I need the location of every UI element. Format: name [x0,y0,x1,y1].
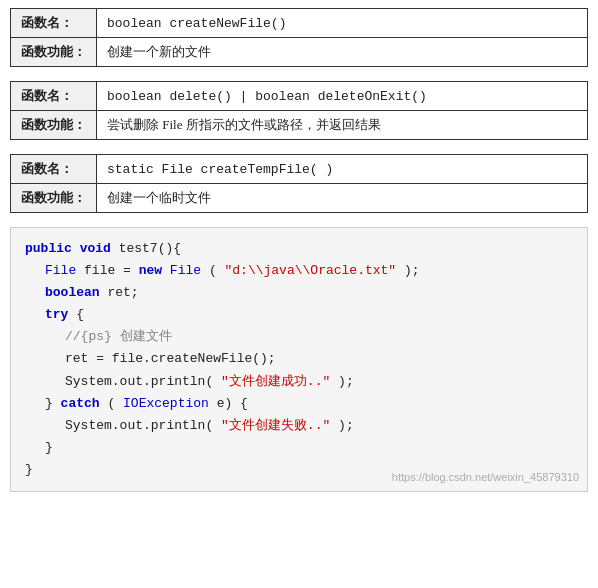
value-cell: static File createTempFile( ) [97,155,588,184]
code-line-10: } [25,437,573,459]
desc-text: 创建一个新的文件 [107,44,211,59]
table-row: 函数名： boolean delete() | boolean deleteOn… [11,82,588,111]
code-text: boolean delete() | boolean deleteOnExit(… [107,89,427,104]
label-cell: 函数名： [11,82,97,111]
desc-text: 创建一个临时文件 [107,190,211,205]
desc-text: 尝试删除 File 所指示的文件或路径，并返回结果 [107,117,381,132]
code-line-6: ret = file.createNewFile(); [25,348,573,370]
table-row: 函数功能： 创建一个新的文件 [11,38,588,67]
label-cell: 函数功能： [11,38,97,67]
main-container: 函数名： boolean createNewFile() 函数功能： 创建一个新… [0,0,598,500]
table-row: 函数功能： 尝试删除 File 所指示的文件或路径，并返回结果 [11,111,588,140]
value-cell: 尝试删除 File 所指示的文件或路径，并返回结果 [97,111,588,140]
value-cell: 创建一个新的文件 [97,38,588,67]
code-line-8: } catch ( IOException e) { [25,393,573,415]
function-table-3: 函数名： static File createTempFile( ) 函数功能：… [10,154,588,213]
code-block: public void test7(){ File file = new Fil… [10,227,588,492]
code-line-9: System.out.println( "文件创建失败.." ); [25,415,573,437]
code-line-7: System.out.println( "文件创建成功.." ); [25,371,573,393]
table-row: 函数功能： 创建一个临时文件 [11,184,588,213]
label-cell: 函数功能： [11,184,97,213]
code-text: static File createTempFile( ) [107,162,333,177]
table-row: 函数名： static File createTempFile( ) [11,155,588,184]
value-cell: 创建一个临时文件 [97,184,588,213]
value-cell: boolean createNewFile() [97,9,588,38]
code-line-2: File file = new File ( "d:\\java\\Oracle… [25,260,573,282]
label-cell: 函数名： [11,9,97,38]
table-row: 函数名： boolean createNewFile() [11,9,588,38]
function-table-2: 函数名： boolean delete() | boolean deleteOn… [10,81,588,140]
code-line-1: public void test7(){ [25,238,573,260]
code-line-3: boolean ret; [25,282,573,304]
code-text: boolean createNewFile() [107,16,286,31]
label-cell: 函数名： [11,155,97,184]
value-cell: boolean delete() | boolean deleteOnExit(… [97,82,588,111]
label-cell: 函数功能： [11,111,97,140]
watermark-text: https://blog.csdn.net/weixin_45879310 [392,468,579,487]
code-line-4: try { [25,304,573,326]
function-table-1: 函数名： boolean createNewFile() 函数功能： 创建一个新… [10,8,588,67]
code-line-5: //{ps} 创建文件 [25,326,573,348]
